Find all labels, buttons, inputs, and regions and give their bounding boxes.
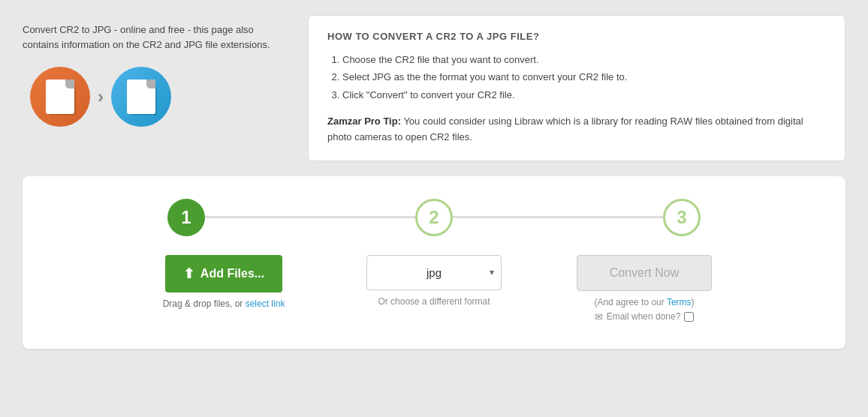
email-icon: ✉ (595, 311, 603, 322)
howto-title: HOW TO CONVERT A CR2 TO A JPG FILE? (327, 31, 826, 42)
pro-tip-label: Zamzar Pro Tip: (327, 116, 401, 127)
drag-drop-text: Drag & drop files, or select link (163, 298, 285, 309)
format-select[interactable]: jpg png gif bmp tiff pdf (366, 255, 502, 290)
email-when-done-checkbox[interactable] (684, 312, 694, 322)
jpg-file-icon: JPG (111, 67, 171, 127)
different-format-text: Or choose a different format (378, 296, 490, 307)
howto-step-1: Choose the CR2 file that you want to con… (342, 51, 826, 68)
step-2-action: jpg png gif bmp tiff pdf ▾ Or choose a d… (329, 255, 539, 307)
steps-progress-row: 1 2 3 (53, 199, 815, 236)
step-3-indicator: 3 (663, 199, 701, 236)
conversion-icons-row: CR2 › JPG (30, 67, 285, 127)
email-when-done-row: ✉ Email when done? (595, 311, 695, 322)
howto-panel: HOW TO CONVERT A CR2 TO A JPG FILE? Choo… (308, 15, 845, 161)
step-3-action: Convert Now (And agree to our Terms) ✉ E… (539, 255, 749, 322)
step-line-2 (453, 216, 663, 218)
format-select-container: jpg png gif bmp tiff pdf ▾ (366, 255, 502, 290)
email-when-done-label: Email when done? (607, 311, 681, 322)
terms-link[interactable]: Terms (667, 297, 692, 308)
conversion-arrow-icon: › (98, 86, 104, 107)
convert-now-button[interactable]: Convert Now (577, 255, 712, 291)
converter-panel: 1 2 3 ⬆ Add Files... Drag & drop files, … (23, 176, 845, 349)
upload-icon: ⬆ (183, 266, 194, 282)
select-link[interactable]: select link (246, 298, 285, 309)
step-1-action: ⬆ Add Files... Drag & drop files, or sel… (119, 255, 329, 309)
howto-step-2: Select JPG as the the format you want to… (342, 68, 826, 86)
step-1-indicator: 1 (167, 199, 205, 236)
step-2-indicator: 2 (415, 199, 453, 236)
howto-step-3: Click "Convert" to convert your CR2 file… (342, 86, 826, 104)
howto-steps-list: Choose the CR2 file that you want to con… (327, 51, 826, 104)
terms-text: (And agree to our Terms) (594, 297, 694, 308)
page-description: Convert CR2 to JPG - online and free - t… (23, 22, 285, 52)
cr2-file-icon: CR2 (30, 67, 90, 127)
left-description-panel: Convert CR2 to JPG - online and free - t… (15, 15, 293, 161)
add-files-button[interactable]: ⬆ Add Files... (165, 255, 282, 292)
step-line-1 (205, 216, 415, 218)
actions-row: ⬆ Add Files... Drag & drop files, or sel… (53, 255, 815, 322)
pro-tip-text: Zamzar Pro Tip: You could consider using… (327, 114, 826, 146)
